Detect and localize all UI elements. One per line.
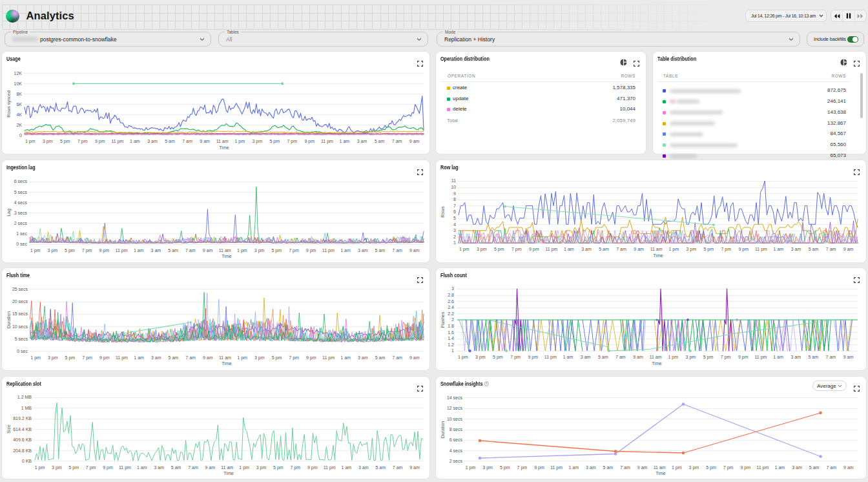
svg-text:3 pm: 3 pm	[686, 247, 696, 252]
svg-text:7 pm: 7 pm	[287, 139, 298, 144]
svg-text:11 pm: 11 pm	[550, 465, 563, 470]
svg-text:6 secs: 6 secs	[14, 179, 28, 183]
svg-text:9 pm: 9 pm	[307, 465, 318, 470]
svg-text:5 pm: 5 pm	[703, 355, 714, 360]
svg-text:1 pm: 1 pm	[239, 465, 249, 470]
svg-text:1.6: 1.6	[448, 330, 454, 335]
svg-text:7 am: 7 am	[392, 248, 402, 253]
svg-text:7 pm: 7 pm	[512, 247, 522, 252]
svg-text:9 pm: 9 pm	[534, 465, 544, 470]
svg-text:2 secs: 2 secs	[450, 459, 463, 463]
svg-text:Duration: Duration	[440, 421, 445, 439]
svg-text:1 pm: 1 pm	[25, 139, 36, 144]
svg-text:0 sec: 0 sec	[16, 242, 27, 246]
svg-text:9 am: 9 am	[637, 465, 648, 470]
svg-text:10 secs: 10 secs	[12, 324, 28, 329]
svg-text:3 pm: 3 pm	[689, 465, 699, 470]
svg-text:3 am: 3 am	[358, 355, 368, 360]
svg-text:1.8: 1.8	[448, 324, 454, 328]
svg-text:409.6 KB: 409.6 KB	[13, 437, 32, 442]
svg-text:1 am: 1 am	[342, 465, 352, 470]
svg-text:5 pm: 5 pm	[68, 465, 79, 470]
svg-text:1: 1	[451, 348, 454, 353]
svg-text:0: 0	[19, 133, 22, 138]
svg-text:Size: Size	[6, 424, 11, 434]
svg-text:5 pm: 5 pm	[273, 465, 284, 470]
svg-text:Duration: Duration	[6, 311, 11, 329]
svg-text:5 pm: 5 pm	[706, 465, 716, 470]
svg-text:1 am: 1 am	[340, 248, 351, 253]
svg-text:2: 2	[453, 235, 456, 239]
svg-text:3 am: 3 am	[147, 139, 158, 143]
svg-text:4 secs: 4 secs	[14, 200, 28, 205]
svg-text:9 am: 9 am	[203, 248, 213, 253]
svg-text:11 am: 11 am	[219, 248, 231, 253]
svg-text:10K: 10K	[14, 81, 23, 86]
svg-text:11 am: 11 am	[221, 465, 233, 470]
svg-text:11 am: 11 am	[650, 355, 662, 359]
svg-text:5 pm: 5 pm	[500, 465, 510, 470]
svg-text:5 am: 5 am	[599, 247, 609, 251]
svg-text:7 pm: 7 pm	[721, 355, 731, 360]
svg-text:11 pm: 11 pm	[321, 139, 333, 144]
svg-text:5 am: 5 am	[603, 465, 614, 470]
svg-text:12K: 12K	[14, 71, 23, 76]
svg-text:3 pm: 3 pm	[475, 355, 486, 360]
svg-text:9 am: 9 am	[843, 247, 854, 251]
svg-text:1.4: 1.4	[448, 336, 454, 341]
svg-text:7 pm: 7 pm	[78, 139, 88, 144]
svg-text:3: 3	[451, 286, 454, 291]
svg-text:7 pm: 7 pm	[723, 465, 734, 470]
svg-text:11 pm: 11 pm	[322, 355, 335, 361]
svg-text:9 pm: 9 pm	[529, 247, 539, 252]
svg-text:5 pm: 5 pm	[494, 247, 504, 252]
svg-text:3 pm: 3 pm	[48, 248, 58, 253]
svg-text:1 pm: 1 pm	[459, 247, 470, 252]
svg-text:3 am: 3 am	[151, 248, 161, 253]
svg-text:11 am: 11 am	[219, 355, 231, 360]
svg-text:5: 5	[453, 216, 456, 220]
svg-text:9 am: 9 am	[634, 247, 644, 251]
svg-text:9 pm: 9 pm	[103, 465, 113, 470]
svg-text:8K: 8K	[16, 92, 22, 96]
svg-text:7 pm: 7 pm	[86, 465, 96, 470]
svg-text:4K: 4K	[16, 112, 22, 117]
svg-text:3 pm: 3 pm	[477, 247, 487, 252]
svg-text:5 am: 5 am	[375, 465, 386, 470]
svg-text:3: 3	[453, 228, 456, 233]
svg-text:7 am: 7 am	[826, 247, 836, 251]
svg-text:11 pm: 11 pm	[545, 247, 557, 252]
svg-text:5 am: 5 am	[598, 355, 608, 359]
svg-text:12 secs: 12 secs	[447, 406, 463, 410]
svg-text:Time: Time	[652, 361, 661, 366]
svg-text:5 am: 5 am	[809, 355, 819, 359]
svg-text:1 am: 1 am	[137, 465, 147, 470]
svg-text:3 am: 3 am	[154, 465, 164, 470]
svg-text:9 pm: 9 pm	[95, 139, 105, 144]
svg-text:9 pm: 9 pm	[528, 355, 538, 360]
svg-text:3 pm: 3 pm	[43, 139, 53, 144]
svg-text:5 pm: 5 pm	[270, 139, 280, 144]
svg-text:4 secs: 4 secs	[450, 448, 463, 453]
svg-text:Lag: Lag	[6, 209, 12, 216]
svg-text:1 pm: 1 pm	[237, 355, 247, 361]
svg-text:15 secs: 15 secs	[12, 311, 28, 316]
svg-text:9 pm: 9 pm	[739, 247, 749, 252]
svg-text:2: 2	[451, 317, 454, 322]
svg-text:5 pm: 5 pm	[65, 248, 75, 253]
svg-text:1 pm: 1 pm	[466, 465, 476, 470]
svg-text:7 pm: 7 pm	[291, 465, 301, 470]
svg-text:1 am: 1 am	[775, 465, 785, 470]
svg-text:7 pm: 7 pm	[289, 355, 299, 361]
svg-text:1 pm: 1 pm	[668, 247, 679, 252]
svg-text:9 am: 9 am	[409, 139, 420, 143]
svg-text:9 pm: 9 pm	[305, 139, 315, 144]
svg-text:11 pm: 11 pm	[116, 248, 128, 253]
svg-text:2.4: 2.4	[448, 305, 454, 309]
svg-text:9 pm: 9 pm	[99, 248, 110, 253]
svg-text:1 pm: 1 pm	[237, 248, 247, 253]
svg-text:25 secs: 25 secs	[12, 287, 28, 291]
svg-text:5 am: 5 am	[171, 465, 181, 470]
svg-text:1.2 MB: 1.2 MB	[17, 395, 32, 399]
svg-text:8 secs: 8 secs	[450, 427, 463, 432]
